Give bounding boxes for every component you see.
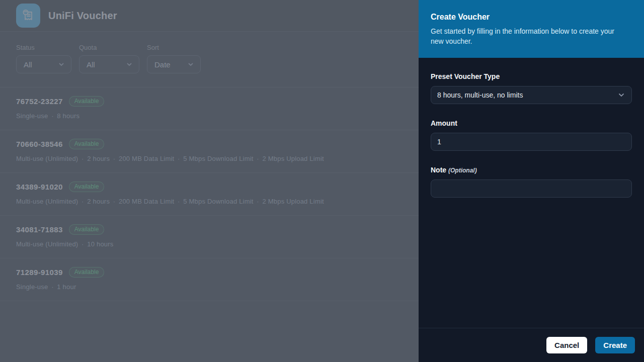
unifi-voucher-app: UniFi Voucher Status All Quota All [0,0,644,362]
preset-select[interactable]: 8 hours, multi-use, no limits [431,86,632,104]
dialog-footer: Cancel Create [419,328,644,362]
note-optional-label: (Optional) [448,167,477,174]
preset-label: Preset Voucher Type [431,72,632,80]
create-button[interactable]: Create [595,337,635,353]
preset-field-group: Preset Voucher Type 8 hours, multi-use, … [431,72,632,104]
create-voucher-header: Create Voucher Get started by filling in… [419,0,644,58]
note-field-group: Note (Optional) [431,166,632,198]
preset-select-value: 8 hours, multi-use, no limits [437,91,523,99]
create-voucher-panel: Create Voucher Get started by filling in… [419,0,644,362]
amount-label: Amount [431,119,632,127]
create-voucher-form: Preset Voucher Type 8 hours, multi-use, … [419,58,644,328]
amount-field-group: Amount [431,119,632,151]
cancel-button[interactable]: Cancel [546,337,587,353]
note-label: Note (Optional) [431,166,632,174]
amount-input[interactable] [431,133,632,151]
note-input[interactable] [431,179,632,198]
chevron-down-icon [617,91,625,99]
dialog-title: Create Voucher [431,13,632,22]
dialog-subtitle: Get started by filling in the informatio… [431,26,628,46]
